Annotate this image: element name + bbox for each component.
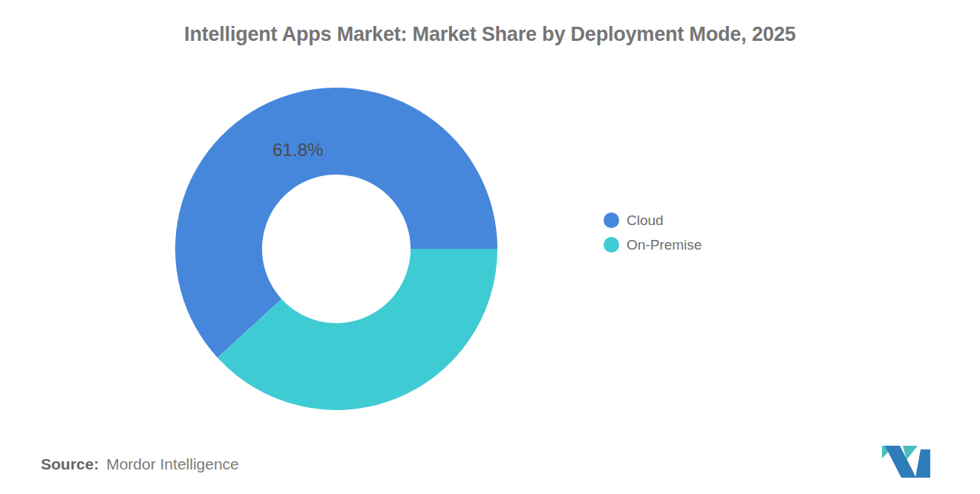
mordor-intelligence-logo	[882, 444, 931, 478]
slice-value-label: 61.8%	[272, 140, 323, 160]
donut-chart[interactable]: 61.8%	[173, 85, 500, 412]
source-label: Source:	[41, 455, 99, 472]
legend-item-cloud[interactable]: Cloud	[604, 212, 702, 228]
legend-label-on-premise: On-Premise	[627, 237, 702, 253]
legend-marker-cloud-icon	[604, 212, 619, 228]
legend-label-cloud: Cloud	[627, 212, 664, 228]
chart-title: Intelligent Apps Market: Market Share by…	[0, 23, 980, 46]
logo-i-blue-bar	[915, 449, 930, 478]
source-value: Mordor Intelligence	[106, 455, 239, 472]
legend-item-on-premise[interactable]: On-Premise	[604, 237, 702, 253]
legend: Cloud On-Premise	[604, 212, 702, 253]
legend-marker-on-premise-icon	[604, 237, 619, 253]
chart-figure: Intelligent Apps Market: Market Share by…	[0, 0, 980, 494]
source-line: Source:Mordor Intelligence	[41, 455, 239, 473]
